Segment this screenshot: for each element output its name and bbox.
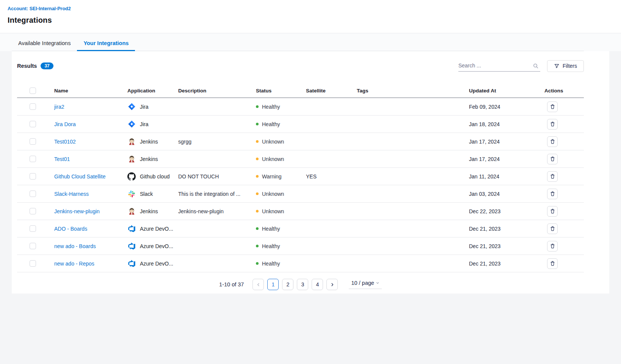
- delete-button[interactable]: [547, 136, 558, 147]
- jenkins-icon: [127, 155, 136, 163]
- status-cell: Healthy: [251, 104, 302, 110]
- toolbar: Results 37 Filters: [17, 60, 584, 72]
- results-count-badge: 37: [41, 62, 53, 69]
- status-label: Healthy: [262, 261, 280, 267]
- status-cell: Healthy: [251, 243, 302, 249]
- results-label: Results: [17, 63, 37, 69]
- description-cell: DO NOT TOUCH: [174, 173, 251, 180]
- pagination-page-button-2[interactable]: 2: [282, 279, 293, 290]
- status-cell: Unknown: [251, 139, 302, 145]
- trash-icon: [550, 173, 555, 179]
- delete-button[interactable]: [547, 189, 558, 199]
- pagination-next-button[interactable]: [326, 279, 338, 290]
- tab-available-integrations[interactable]: Available Integrations: [12, 36, 77, 51]
- github-icon: [127, 172, 136, 181]
- integration-name-link[interactable]: Jenkins-new-plugin: [54, 208, 100, 214]
- row-checkbox[interactable]: [30, 156, 36, 162]
- account-link[interactable]: Account: SEI-Internal-Prod2: [8, 6, 71, 11]
- row-checkbox[interactable]: [30, 243, 36, 249]
- page-title: Integrations: [8, 16, 613, 25]
- table-row: new ado - Boards Azure DevO... Healthy D…: [17, 237, 584, 255]
- status-dot-icon: [256, 140, 259, 143]
- row-checkbox[interactable]: [30, 191, 36, 197]
- trash-icon: [550, 243, 555, 249]
- delete-button[interactable]: [547, 206, 558, 217]
- row-checkbox[interactable]: [30, 208, 36, 214]
- trash-icon: [550, 104, 555, 109]
- updated-at-cell: Jan 17, 2024: [465, 139, 538, 145]
- pagination: 1-10 of 37 1234 10 / page: [17, 279, 584, 290]
- row-checkbox[interactable]: [30, 121, 36, 127]
- delete-button[interactable]: [547, 102, 558, 112]
- filters-button[interactable]: Filters: [547, 60, 584, 72]
- status-dot-icon: [256, 245, 259, 247]
- table-row: Github Cloud Satellite Github cloud DO N…: [17, 168, 584, 185]
- pagination-page-button-3[interactable]: 3: [297, 279, 308, 290]
- tab-your-integrations[interactable]: Your Integrations: [77, 36, 135, 51]
- integration-name-link[interactable]: Github Cloud Satellite: [54, 173, 105, 180]
- column-header-satellite: Satellite: [302, 88, 353, 94]
- azure-devops-icon: [127, 259, 136, 268]
- trash-icon: [550, 121, 555, 127]
- table-row: Jira Dora Jira Healthy Jan 18, 2024: [17, 116, 584, 133]
- status-cell: Healthy: [251, 121, 302, 127]
- integration-name-link[interactable]: new ado - Boards: [54, 243, 96, 249]
- row-checkbox[interactable]: [30, 173, 36, 180]
- integration-name-link[interactable]: ADO - Boards: [54, 226, 87, 232]
- row-checkbox[interactable]: [30, 138, 36, 145]
- row-checkbox[interactable]: [30, 225, 36, 232]
- trash-icon: [550, 191, 555, 197]
- status-cell: Healthy: [251, 226, 302, 232]
- updated-at-cell: Jan 17, 2024: [465, 156, 538, 162]
- status-dot-icon: [256, 227, 259, 230]
- app-label: Azure DevO...: [140, 261, 173, 267]
- pagination-page-button-4[interactable]: 4: [312, 279, 323, 290]
- integration-name-link[interactable]: Jira Dora: [54, 121, 76, 127]
- page-size-select[interactable]: 10 / page: [349, 280, 381, 289]
- filter-funnel-icon: [554, 63, 560, 69]
- app-label: Azure DevO...: [140, 226, 173, 232]
- integration-name-link[interactable]: jira2: [54, 104, 64, 110]
- column-header-updated-at: Updated At: [465, 88, 538, 94]
- integration-name-link[interactable]: Test01: [54, 156, 70, 162]
- delete-button[interactable]: [547, 258, 558, 269]
- updated-at-cell: Dec 22, 2023: [465, 208, 538, 214]
- page-header: Account: SEI-Internal-Prod2 Integrations: [0, 0, 621, 33]
- delete-button[interactable]: [547, 119, 558, 130]
- app-label: Jira: [140, 104, 149, 110]
- app-label: Github cloud: [140, 173, 170, 180]
- description-cell: This is the integration of ...: [174, 191, 251, 197]
- delete-button[interactable]: [547, 171, 558, 182]
- select-all-checkbox[interactable]: [30, 87, 36, 94]
- status-label: Unknown: [262, 208, 284, 214]
- row-checkbox[interactable]: [30, 103, 36, 110]
- column-header-application: Application: [124, 88, 174, 94]
- row-checkbox[interactable]: [30, 260, 36, 267]
- pagination-page-button-1[interactable]: 1: [267, 279, 279, 290]
- pagination-prev-button[interactable]: [252, 279, 264, 290]
- delete-button[interactable]: [547, 154, 558, 164]
- satellite-cell: YES: [302, 173, 353, 180]
- table-body: jira2 Jira Healthy Feb 09, 2024 Jira Dor…: [17, 98, 584, 272]
- app-label: Jenkins: [140, 139, 158, 145]
- status-label: Unknown: [262, 191, 284, 197]
- integration-name-link[interactable]: new ado - Repos: [54, 261, 94, 267]
- delete-button[interactable]: [547, 241, 558, 252]
- search-input[interactable]: [458, 60, 528, 71]
- delete-button[interactable]: [547, 223, 558, 234]
- content-card: Results 37 Filters: [12, 51, 609, 294]
- chevron-down-icon: [376, 281, 380, 285]
- status-dot-icon: [256, 175, 259, 178]
- table-header-row: Name Application Description Status Sate…: [17, 84, 584, 98]
- status-label: Healthy: [262, 243, 280, 249]
- column-header-name: Name: [49, 88, 124, 94]
- app-label: Jenkins: [140, 208, 158, 214]
- table-row: Test01 Jenkins Unknown Jan 17, 2024: [17, 150, 584, 168]
- trash-icon: [550, 226, 555, 231]
- table-row: new ado - Repos Azure DevO... Healthy De…: [17, 255, 584, 272]
- integration-name-link[interactable]: Test0102: [54, 139, 76, 145]
- integration-name-link[interactable]: Slack-Harness: [54, 191, 89, 197]
- status-dot-icon: [256, 210, 259, 212]
- table-row: Test0102 Jenkins sgrgg Unknown Jan 17, 2…: [17, 133, 584, 150]
- status-dot-icon: [256, 262, 259, 265]
